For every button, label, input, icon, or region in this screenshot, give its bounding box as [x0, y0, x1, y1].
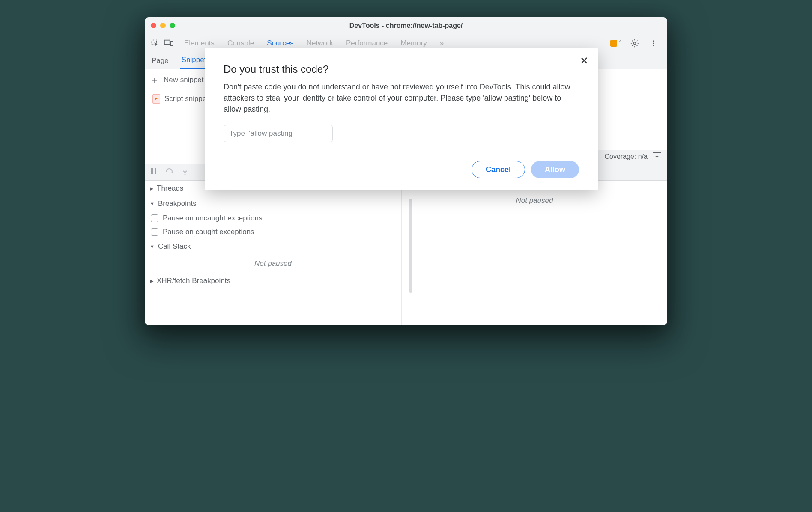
xhr-label: XHR/fetch Breakpoints: [157, 277, 230, 285]
traffic-lights: [151, 23, 175, 28]
cancel-button[interactable]: Cancel: [472, 161, 525, 178]
settings-icon[interactable]: [628, 36, 642, 50]
allow-pasting-input[interactable]: [224, 125, 333, 142]
checkbox-pause-caught[interactable]: [151, 228, 158, 236]
threads-label: Threads: [157, 184, 183, 193]
svg-point-6: [653, 45, 654, 46]
svg-rect-7: [151, 168, 153, 174]
panel-tab-page[interactable]: Page: [150, 53, 170, 68]
dialog-body: Don't paste code you do not understand o…: [224, 81, 579, 115]
tab-elements[interactable]: Elements: [184, 39, 215, 48]
debugger-right-pane: Not paused: [402, 181, 667, 325]
debugger-left-pane: ▶ Threads ▼ Breakpoints Pause on uncaugh…: [145, 181, 402, 325]
minimize-window-button[interactable]: [160, 23, 166, 28]
step-into-icon[interactable]: [182, 167, 188, 177]
devtools-window: DevTools - chrome://new-tab-page/ Elemen…: [145, 17, 667, 325]
debugger-panel: ▶ Threads ▼ Breakpoints Pause on uncaugh…: [145, 181, 667, 325]
pause-uncaught-label: Pause on uncaught exceptions: [163, 214, 263, 223]
expand-icon[interactable]: [653, 152, 661, 161]
chevron-down-icon: ▼: [150, 201, 155, 206]
dialog-buttons: Cancel Allow: [224, 161, 579, 178]
pause-icon[interactable]: [150, 167, 158, 177]
snippet-label: Script snippet: [164, 95, 209, 103]
main-tabs: Elements Console Sources Network Perform…: [184, 39, 444, 48]
paste-warning-dialog: ✕ Do you trust this code? Don't paste co…: [205, 48, 598, 190]
svg-point-9: [172, 172, 173, 173]
tab-performance[interactable]: Performance: [346, 39, 388, 48]
close-window-button[interactable]: [151, 23, 156, 28]
svg-rect-2: [171, 41, 173, 45]
scrollbar[interactable]: [409, 199, 412, 293]
chevron-right-icon: ▶: [150, 186, 153, 191]
pause-caught-row[interactable]: Pause on caught exceptions: [145, 225, 401, 239]
device-toggle-icon[interactable]: [162, 36, 176, 50]
plus-icon: ＋: [150, 74, 159, 86]
dialog-title: Do you trust this code?: [224, 63, 579, 75]
issues-count: 1: [619, 39, 623, 47]
allow-button[interactable]: Allow: [531, 161, 579, 178]
titlebar: DevTools - chrome://new-tab-page/: [145, 17, 667, 34]
new-snippet-label: New snippet: [164, 76, 204, 84]
tab-more[interactable]: »: [440, 39, 444, 48]
close-icon[interactable]: ✕: [580, 55, 588, 67]
callstack-label: Call Stack: [158, 242, 191, 251]
maximize-window-button[interactable]: [170, 23, 175, 28]
pause-caught-label: Pause on caught exceptions: [163, 228, 254, 236]
checkbox-pause-uncaught[interactable]: [151, 214, 158, 222]
tab-network[interactable]: Network: [307, 39, 333, 48]
svg-point-4: [653, 40, 654, 42]
tab-console[interactable]: Console: [227, 39, 254, 48]
window-title: DevTools - chrome://new-tab-page/: [145, 22, 667, 30]
inspect-element-icon[interactable]: [148, 36, 162, 50]
coverage-label: Coverage: n/a: [604, 153, 648, 161]
callstack-not-paused: Not paused: [145, 254, 401, 273]
svg-rect-8: [155, 168, 156, 174]
svg-point-10: [185, 174, 186, 175]
kebab-menu-icon[interactable]: [647, 36, 660, 50]
step-over-icon[interactable]: [165, 167, 174, 177]
chevron-right-icon: ▶: [150, 278, 153, 284]
right-not-paused: Not paused: [402, 191, 667, 210]
tab-memory[interactable]: Memory: [400, 39, 427, 48]
warning-icon: [610, 40, 617, 47]
svg-point-3: [634, 42, 636, 44]
issues-badge[interactable]: 1: [610, 39, 623, 47]
snippet-file-icon: [152, 94, 160, 104]
svg-rect-1: [164, 40, 170, 44]
breakpoints-label: Breakpoints: [158, 199, 197, 208]
pause-uncaught-row[interactable]: Pause on uncaught exceptions: [145, 211, 401, 225]
tab-sources[interactable]: Sources: [267, 39, 293, 48]
xhr-section[interactable]: ▶ XHR/fetch Breakpoints: [145, 273, 401, 289]
callstack-section[interactable]: ▼ Call Stack: [145, 239, 401, 254]
chevron-down-icon: ▼: [150, 244, 155, 249]
svg-point-5: [653, 42, 654, 44]
breakpoints-section[interactable]: ▼ Breakpoints: [145, 196, 401, 211]
